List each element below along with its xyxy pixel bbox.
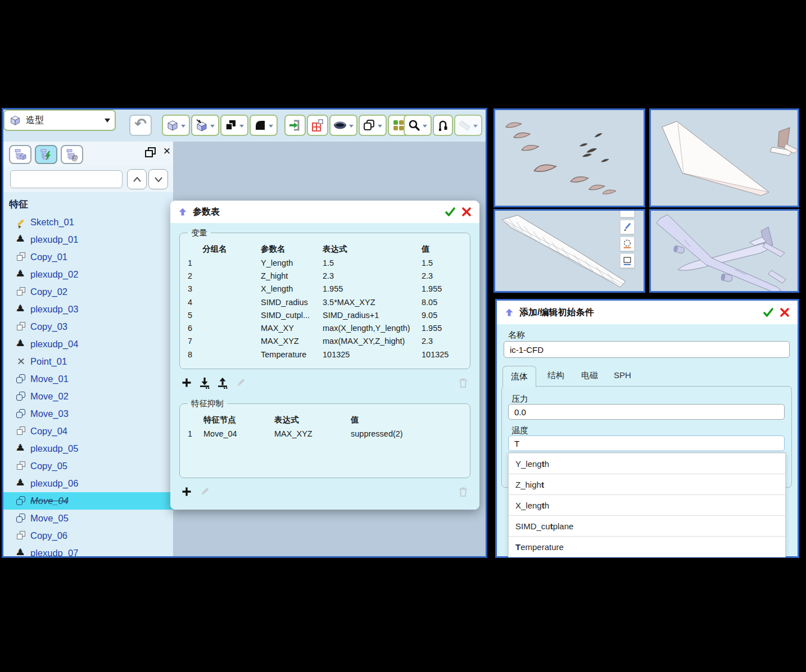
tree-item[interactable]: Copy_05	[3, 457, 173, 475]
tree-item[interactable]: plexudp_01	[3, 231, 173, 248]
suggestion-item[interactable]: SIMD_cutplane	[509, 515, 785, 536]
tree-item[interactable]: plexudp_04	[3, 335, 173, 353]
tree-item[interactable]: Copy_06	[3, 527, 173, 544]
suppression-group: 特征抑制 特征节点 表达式 值 1	[179, 398, 470, 478]
tree-item[interactable]: Move_03	[3, 405, 173, 423]
suggestion-item[interactable]: Temperature	[509, 536, 785, 557]
tree-item[interactable]: plexudp_06	[3, 475, 173, 492]
tree-model-view-button[interactable]	[9, 145, 31, 164]
zoom-search-button[interactable]	[404, 115, 432, 136]
dialog-title: 添加/编辑初始条件	[519, 307, 757, 319]
rectangle-select-tool-button[interactable]	[620, 253, 635, 268]
pressure-input[interactable]	[508, 404, 785, 420]
variable-row[interactable]: 4 SIMD_radius 3.5*MAX_XYZ 8.05	[180, 296, 470, 308]
tree-item[interactable]: plexudp_02	[3, 266, 173, 283]
confirm-button[interactable]	[445, 206, 456, 217]
tree-item[interactable]: plexudp_07	[3, 544, 173, 558]
variables-table: 分组名 参数名 表达式 值 1 Y_length	[180, 242, 470, 361]
variable-row[interactable]: 5 SIMD_cutpl... SIMD_radius+1 9.05	[180, 308, 470, 321]
airfoil-sections-viewport[interactable]	[493, 108, 645, 207]
close-panel-button[interactable]: ×	[161, 144, 173, 158]
delete-suppression-button[interactable]	[457, 485, 469, 498]
collapse-up-icon[interactable]	[505, 308, 514, 317]
measure-ruler-button[interactable]	[454, 115, 482, 136]
find-next-button[interactable]	[148, 169, 168, 189]
variable-row[interactable]: 6 MAX_XY max(X_length,Y_length) 1.955	[180, 321, 470, 334]
tree-item[interactable]: Move_01	[3, 370, 173, 388]
suggestion-item[interactable]: X_length	[509, 494, 785, 515]
brush-tool-button[interactable]	[620, 220, 635, 234]
wing-surface-viewport[interactable]	[649, 108, 799, 207]
edit-suppression-button[interactable]	[198, 485, 211, 498]
tree-item[interactable]: Copy_03	[3, 318, 173, 335]
add-variable-button[interactable]	[180, 376, 193, 389]
find-previous-button[interactable]	[127, 169, 147, 189]
tab-label: 流体	[511, 371, 528, 382]
clipped-tool-button[interactable]	[620, 209, 635, 217]
delete-variable-button[interactable]	[457, 376, 469, 389]
suggestion-text: h	[545, 459, 549, 469]
cancel-button[interactable]	[780, 307, 790, 317]
solid-box-button[interactable]	[162, 115, 190, 136]
mode-selector-dropdown[interactable]: 造型	[3, 110, 116, 131]
temperature-input[interactable]	[508, 435, 785, 451]
cancel-button[interactable]	[461, 207, 472, 217]
suggestion-text: Y_leng	[515, 459, 542, 469]
tab-fluid[interactable]: 流体	[502, 366, 536, 387]
wing-wireframe-viewport[interactable]	[493, 209, 645, 293]
lasso-tool-button[interactable]	[620, 237, 635, 251]
variable-row[interactable]: 2 Z_hight 2.3 2.3	[180, 269, 470, 282]
import-variables-button[interactable]	[198, 376, 211, 389]
feature-type-icon	[16, 321, 26, 332]
tree-reference-view-button[interactable]: @	[61, 145, 83, 164]
copy-geometry-button[interactable]	[359, 115, 387, 136]
tree-item[interactable]: Sketch_01	[3, 214, 173, 231]
undo-button[interactable]: ↶	[129, 115, 152, 136]
search-input[interactable]	[11, 175, 119, 184]
main-toolbar: 造型 ↶	[3, 110, 486, 142]
variable-row[interactable]: 8 Temperature 101325 101325	[180, 348, 470, 361]
tree-item[interactable]: Move_04	[3, 492, 173, 510]
cable-connector-button[interactable]	[433, 115, 453, 136]
extrude-box-button[interactable]	[191, 115, 219, 136]
dome-hole-button[interactable]	[329, 115, 357, 136]
fillet-button[interactable]	[250, 115, 278, 136]
suppression-row[interactable]: 1 Move_04 MAX_XYZ suppressed(2)	[180, 427, 470, 440]
tree-item[interactable]: Move_02	[3, 388, 173, 405]
tree-item[interactable]: plexudp_03	[3, 301, 173, 318]
variable-row[interactable]: 3 X_length 1.955 1.955	[180, 283, 470, 296]
tree-lightning-view-button[interactable]	[35, 145, 57, 164]
tree-item[interactable]: Copy_01	[3, 248, 173, 266]
feature-type-icon	[16, 530, 26, 541]
pattern-grid-button[interactable]	[307, 115, 328, 136]
boolean-subtract-button[interactable]	[220, 115, 248, 136]
tab-electromagnetic[interactable]: 电磁	[581, 370, 598, 381]
pattern-grid-icon	[311, 119, 324, 132]
collapse-up-icon[interactable]	[178, 207, 187, 216]
tab-structure[interactable]: 结构	[547, 370, 564, 381]
tree-item[interactable]: Copy_02	[3, 283, 173, 301]
suggestion-item[interactable]: Y_length	[509, 453, 785, 474]
tree-item[interactable]: Point_01	[3, 353, 173, 370]
name-input[interactable]	[504, 341, 790, 358]
variable-row[interactable]: 1 Y_length 1.5 1.5	[180, 256, 470, 269]
tree-item[interactable]: Copy_04	[3, 423, 173, 440]
tab-sph[interactable]: SPH	[614, 370, 631, 380]
add-suppression-button[interactable]	[180, 485, 193, 498]
variable-row[interactable]: 7 MAX_XYZ max(MAX_XY,Z_hight) 2.3	[180, 335, 470, 348]
tree-item[interactable]: Move_05	[3, 510, 173, 527]
restore-panel-button[interactable]	[144, 146, 157, 158]
col-value: 值	[422, 244, 470, 255]
export-variables-button[interactable]	[216, 376, 229, 389]
import-geometry-button[interactable]	[284, 115, 306, 136]
dialog-titlebar[interactable]: 参数表	[170, 201, 479, 223]
dialog-titlebar[interactable]: 添加/编辑初始条件	[497, 301, 798, 324]
aircraft-model-viewport[interactable]	[649, 209, 799, 293]
tree-item[interactable]: plexudp_05	[3, 440, 173, 457]
edit-variable-button[interactable]	[234, 376, 247, 389]
feature-label: Copy_01	[30, 252, 67, 262]
confirm-button[interactable]	[763, 307, 774, 318]
row-number: 1	[180, 258, 202, 267]
chevron-down-icon	[155, 177, 162, 182]
suggestion-item[interactable]: Z_hight	[509, 474, 785, 494]
